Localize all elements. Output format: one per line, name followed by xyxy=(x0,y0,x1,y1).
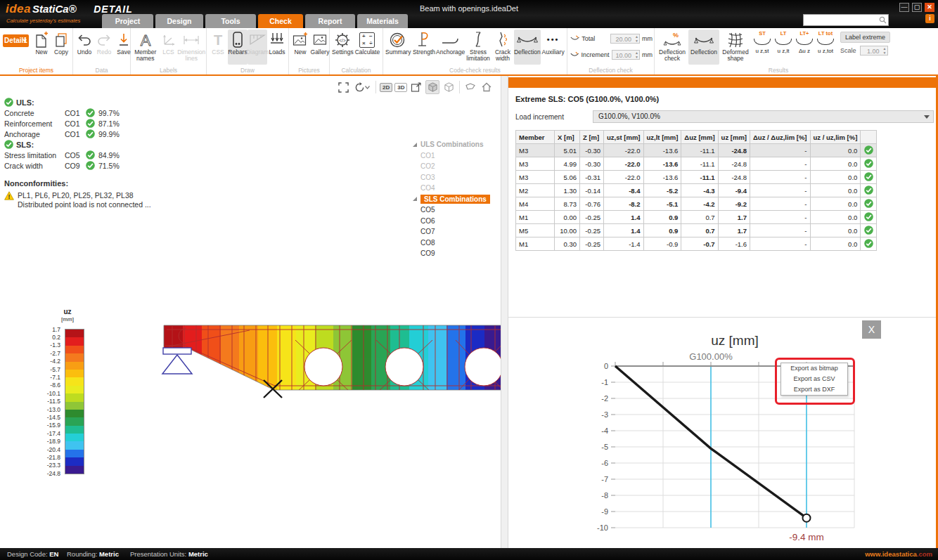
result-toggle-u-z-st[interactable]: STu z,st xyxy=(752,30,773,54)
tab-check[interactable]: Check xyxy=(258,14,303,28)
anchorage-button[interactable]: Anchorage xyxy=(436,30,464,65)
tree-item-co3[interactable]: CO3 xyxy=(412,172,490,183)
tree-item-co1[interactable]: CO1 xyxy=(412,150,490,162)
detail-selector-button[interactable]: Detail1 xyxy=(3,34,29,47)
chart-endpoint-marker[interactable] xyxy=(803,514,811,522)
result-toggle-u-z-tot[interactable]: LT totu z,tot xyxy=(815,30,836,54)
result-toggle-Δu-z[interactable]: LT+Δu z xyxy=(794,30,815,54)
table-row[interactable]: M35.01-0.30-22.0-13.6-11.1-24.8-0.0 xyxy=(516,144,877,157)
settings-button[interactable]: </> Settings xyxy=(331,30,354,65)
tree-group-sls-combinations[interactable]: SLS Combinations xyxy=(412,194,490,205)
close-button[interactable]: ✕ xyxy=(925,3,934,12)
column-header[interactable]: Z [m] xyxy=(580,131,604,144)
tree-item-co6[interactable]: CO6 xyxy=(412,216,490,227)
undo-button[interactable]: Undo xyxy=(75,30,94,65)
rebars-button[interactable]: Rebars xyxy=(228,30,248,65)
column-header[interactable]: X [m] xyxy=(555,131,580,144)
search-box[interactable] xyxy=(803,14,889,26)
spinner-icon[interactable]: ▲▼ xyxy=(883,46,887,55)
menu-item-export-as-csv[interactable]: Export as CSV xyxy=(781,374,847,384)
tab-tools[interactable]: Tools xyxy=(205,14,256,28)
auxiliary-button[interactable]: ••• Auxiliary xyxy=(541,30,565,65)
tree-item-co7[interactable]: CO7 xyxy=(412,226,490,237)
model-canvas[interactable]: 2D 3D ULS:ConcreteCO199.7%ReinforcementC… xyxy=(0,76,501,548)
load-increment-dropdown[interactable]: G100.0%, V100.0% xyxy=(593,110,934,123)
deflection-check-toggle[interactable]: % Deflection check xyxy=(656,30,688,65)
column-header[interactable] xyxy=(861,131,877,144)
dimension-lines-button[interactable]: Dimension lines xyxy=(179,30,205,65)
beam-model[interactable] xyxy=(158,318,506,406)
calculate-button[interactable]: +−×÷ Calculate xyxy=(354,30,380,65)
section-view-icon[interactable] xyxy=(463,80,477,94)
tree-group-uls-combinations[interactable]: ULS Combinations xyxy=(412,139,490,150)
expander-wrap[interactable] xyxy=(412,196,420,202)
fit-view-icon[interactable] xyxy=(336,80,350,94)
column-header[interactable]: uz [mm] xyxy=(718,131,750,144)
spinner-icon[interactable]: ▲▼ xyxy=(635,51,638,59)
lcs-button[interactable]: LCS xyxy=(159,30,179,65)
column-header[interactable]: Member xyxy=(516,131,555,144)
tree-item-co2[interactable]: CO2 xyxy=(412,161,490,172)
deflection-check-result-button[interactable]: Deflection xyxy=(514,30,541,65)
member-names-button[interactable]: A Member names xyxy=(132,30,159,65)
menu-item-export-as-dxf[interactable]: Export as DXF xyxy=(781,384,847,395)
table-row[interactable]: M10.30-0.25-1.4-0.9-0.7-1.6-0.0 xyxy=(516,237,877,251)
search-input[interactable] xyxy=(805,15,878,25)
increment-value-field[interactable]: 10.00▲▼ xyxy=(612,50,640,60)
nonconformity-item[interactable]: !PL1, PL6, PL20, PL25, PL32, PL38Distrib… xyxy=(4,191,151,209)
diagram-button[interactable]: Diagram xyxy=(248,30,267,65)
tree-item-co9[interactable]: CO9 xyxy=(412,248,490,259)
spinner-icon[interactable]: ▲▼ xyxy=(635,34,638,43)
view-2d-button[interactable]: 2D xyxy=(380,83,392,92)
css-button[interactable]: T CSS xyxy=(208,30,228,65)
stress-limitation-button[interactable]: Stress limitation xyxy=(465,30,492,65)
tree-item-co8[interactable]: CO8 xyxy=(412,237,490,249)
menu-item-export-as-bitmap[interactable]: Export as bitmap xyxy=(781,363,847,374)
website-link[interactable]: www.ideastatica.com xyxy=(865,550,932,558)
tab-project[interactable]: Project xyxy=(102,14,153,28)
chart-close-button[interactable]: X xyxy=(862,320,881,339)
maximize-button[interactable]: ▢ xyxy=(912,3,922,12)
tab-materials[interactable]: Materials xyxy=(357,14,408,28)
deformed-shape-toggle[interactable]: Deformed shape xyxy=(719,30,752,65)
table-row[interactable]: M510.00-0.251.40.90.71.7-0.0 xyxy=(516,224,877,237)
column-header[interactable]: Δuz / Δuz,lim [%] xyxy=(750,131,810,144)
new-project-item-button[interactable]: New xyxy=(32,30,51,65)
deflection-toggle[interactable]: Deflection xyxy=(688,30,719,65)
table-row[interactable]: M34.99-0.30-22.0-13.6-11.1-24.8-0.0 xyxy=(516,157,877,171)
deflection-chart[interactable]: 0-1-2-3-4-5-6-7-8-9-10G100.00%-9.4 mm xyxy=(508,318,938,548)
view-3d-button[interactable]: 3D xyxy=(394,83,407,92)
new-picture-button[interactable]: New xyxy=(290,30,310,65)
gallery-button[interactable]: Gallery xyxy=(310,30,330,65)
summary-button[interactable]: Summary xyxy=(385,30,412,65)
home-view-icon[interactable] xyxy=(480,80,494,94)
copy-project-item-button[interactable]: Copy xyxy=(51,30,71,65)
minimize-button[interactable]: — xyxy=(899,3,909,12)
total-value-field[interactable]: 20.00▲▼ xyxy=(610,34,640,44)
tab-report[interactable]: Report xyxy=(305,14,355,28)
column-header[interactable]: uz,lt [mm] xyxy=(643,131,681,144)
column-header[interactable]: uz / uz,lim [%] xyxy=(810,131,861,144)
label-extreme-button[interactable]: Label extreme xyxy=(840,32,890,43)
result-toggle-u-z-lt[interactable]: LTu z,lt xyxy=(773,30,794,54)
table-row[interactable]: M35.06-0.31-22.0-13.6-11.1-24.8-0.0 xyxy=(516,171,877,184)
strength-button[interactable]: Strength xyxy=(412,30,437,65)
panel-divider[interactable] xyxy=(501,76,508,548)
table-row[interactable]: M48.73-0.76-8.2-5.1-4.2-9.2-0.0 xyxy=(516,197,877,211)
crack-width-button[interactable]: Crack width xyxy=(492,30,513,65)
tab-design[interactable]: Design xyxy=(155,14,203,28)
scale-field[interactable]: 1.00▲▼ xyxy=(860,46,888,56)
info-button[interactable]: i xyxy=(925,14,934,23)
solid-view-icon[interactable] xyxy=(425,80,439,94)
table-row[interactable]: M10.00-0.251.40.90.71.7-0.0 xyxy=(516,211,877,224)
column-header[interactable]: Δuz [mm] xyxy=(681,131,718,144)
table-row[interactable]: M21.30-0.14-8.4-5.2-4.3-9.4-0.0 xyxy=(516,184,877,197)
redo-button[interactable]: Redo xyxy=(94,30,114,65)
tree-item-co4[interactable]: CO4 xyxy=(412,183,490,194)
rotate-view-icon[interactable] xyxy=(352,80,372,94)
export-view-icon[interactable] xyxy=(409,80,423,94)
column-header[interactable]: uz,st [mm] xyxy=(604,131,644,144)
wireframe-view-icon[interactable] xyxy=(442,80,456,94)
expander-wrap[interactable] xyxy=(412,142,420,148)
tree-item-co5[interactable]: CO5 xyxy=(412,204,490,216)
